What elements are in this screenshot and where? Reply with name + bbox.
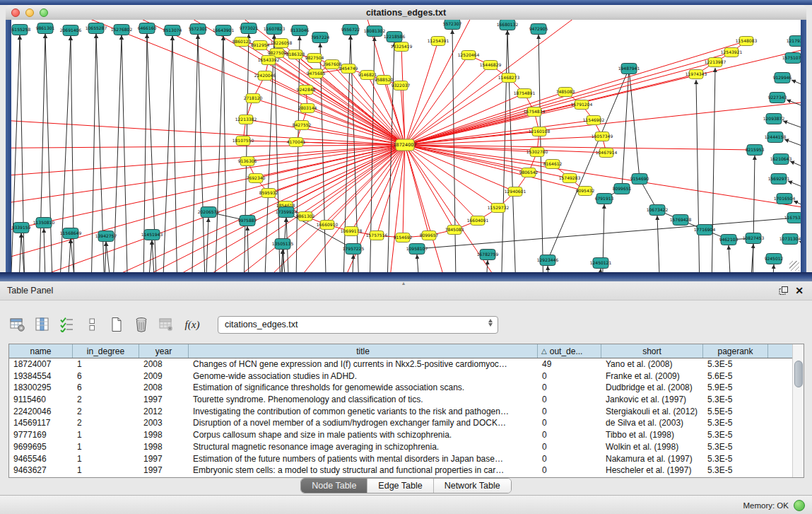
network-node[interactable]: 9472905	[529, 24, 548, 35]
network-node[interactable]: 7692340	[247, 174, 266, 183]
network-node[interactable]: 9242848	[297, 86, 316, 95]
network-node[interactable]: 9556722	[341, 25, 360, 35]
table-cell[interactable]: 5.3E-5	[703, 394, 768, 406]
table-cell[interactable]: 18724007	[9, 358, 73, 370]
network-node[interactable]: 8454749	[339, 64, 358, 74]
table-cell[interactable]: 9699695	[9, 441, 73, 453]
network-node[interactable]: 10673422	[647, 205, 669, 216]
network-node[interactable]: 15446829	[480, 61, 502, 70]
splitter-handle-icon[interactable]: ▴	[402, 280, 405, 286]
table-cell[interactable]: 1997	[139, 453, 189, 465]
network-canvas[interactable]: 1872400788601238912954182260589827509818…	[11, 20, 801, 272]
table-cell[interactable]: 0	[538, 429, 601, 441]
network-node[interactable]: 8860123	[233, 37, 252, 47]
network-node[interactable]: 15749283	[559, 174, 581, 183]
table-cell[interactable]: Embryonic stem cells: a model to study s…	[189, 465, 538, 477]
table-cell[interactable]: 0	[538, 417, 601, 429]
table-cell[interactable]: 18300295	[9, 382, 73, 394]
network-node[interactable]: 9861302	[296, 212, 315, 221]
network-node[interactable]: 11529732	[488, 204, 510, 213]
network-node[interactable]: 6791913	[595, 194, 614, 204]
network-node[interactable]: 12179341	[787, 36, 801, 47]
delete-table-button-disabled[interactable]	[157, 315, 175, 334]
network-node[interactable]: 16754834	[524, 107, 546, 117]
network-node[interactable]: 11675331	[784, 213, 801, 223]
network-node[interactable]: 13505135	[272, 239, 294, 250]
network-node[interactable]: 17957225	[343, 244, 365, 255]
network-node[interactable]: 2803144	[298, 104, 317, 113]
column-header-short[interactable]: short	[601, 344, 703, 358]
network-node[interactable]: 8186328	[286, 50, 305, 59]
network-node[interactable]: 9245012	[765, 254, 784, 264]
network-node[interactable]: 16791204	[571, 100, 593, 110]
table-cell[interactable]: 5.3E-5	[703, 465, 768, 477]
network-node[interactable]: 9462103	[719, 235, 739, 245]
table-row[interactable]: 969969511998Structural magnetic resonanc…	[9, 441, 804, 453]
table-cell[interactable]: 0	[538, 406, 601, 418]
network-node[interactable]: 15757516	[366, 231, 388, 240]
table-cell[interactable]: 1997	[139, 394, 189, 406]
table-row[interactable]: 1830029562008Estimation of significance …	[9, 382, 804, 394]
table-cell[interactable]: Tibbo et al. (1998)	[601, 429, 703, 441]
table-cell[interactable]: Investigating the contribution of common…	[189, 406, 538, 418]
network-node[interactable]: 12218586	[384, 32, 406, 42]
network-node[interactable]: 17016504	[774, 194, 796, 204]
network-node[interactable]: 16643901	[213, 25, 235, 36]
table-cell[interactable]: Dudbridge et al. (2008)	[601, 382, 703, 394]
network-node[interactable]: 15057349	[592, 132, 613, 141]
network-node[interactable]: 12213382	[235, 115, 257, 124]
network-node[interactable]: 9827504	[305, 54, 324, 63]
column-header-in_degree[interactable]: in_degree	[73, 344, 139, 358]
column-header-title[interactable]: title	[189, 344, 538, 358]
table-cell[interactable]: Disruption of a novel member of a sodium…	[189, 417, 538, 429]
show-columns-button[interactable]	[33, 315, 52, 334]
network-node[interactable]: 12450121	[590, 258, 612, 269]
table-row[interactable]: 946362711997Embryonic stem cells: a mode…	[9, 465, 804, 477]
table-cell[interactable]: Structural magnetic resonance image aver…	[189, 441, 538, 453]
network-node[interactable]: 8595932	[259, 189, 278, 198]
table-cell[interactable]: Tourette syndrome. Phenomenology and cla…	[189, 394, 538, 406]
network-node[interactable]: 9975887	[238, 216, 257, 226]
table-cell[interactable]: Nakamura et al. (1997)	[601, 453, 703, 465]
table-cell[interactable]: 0	[538, 370, 601, 382]
table-cell[interactable]: Hescheler et al. (1997)	[601, 465, 703, 477]
float-panel-icon[interactable]	[779, 286, 788, 296]
table-row[interactable]: 946554611997Estimation of the future num…	[9, 453, 804, 465]
vertical-scrollbar[interactable]	[792, 344, 804, 477]
table-cell[interactable]: 6	[73, 370, 139, 382]
table-cell[interactable]: Stergiakouli et al. (2012)	[601, 406, 703, 418]
network-node[interactable]: 6466160	[138, 23, 157, 34]
table-cell[interactable]: Corpus callosum shape and size in male p…	[189, 429, 538, 441]
table-cell[interactable]: 2009	[139, 370, 189, 382]
network-node[interactable]: 9095432	[576, 187, 595, 196]
network-node[interactable]: 20206576	[198, 207, 220, 218]
network-node[interactable]: 7845083	[445, 226, 464, 235]
tab-node-table[interactable]: Node Table	[301, 479, 367, 493]
network-node[interactable]: 11607823	[264, 24, 286, 35]
table-cell[interactable]: 9115460	[9, 394, 73, 406]
network-node[interactable]: 16680132	[497, 20, 519, 30]
network-node[interactable]: 18081302	[364, 26, 386, 37]
network-node[interactable]: 9773021	[240, 23, 259, 34]
network-node[interactable]: 7485083	[556, 88, 575, 97]
table-cell[interactable]: 5.3E-5	[703, 429, 768, 441]
delete-column-button[interactable]	[132, 315, 151, 334]
network-node[interactable]: 11350810	[33, 218, 55, 228]
window-titlebar[interactable]: citations_edges.txt	[6, 5, 806, 21]
network-node[interactable]: 12923446	[537, 255, 559, 266]
network-node[interactable]: 9154692	[394, 233, 413, 243]
network-node[interactable]: 8099651	[613, 184, 632, 194]
create-column-button[interactable]	[107, 315, 126, 334]
column-header-name[interactable]: name	[9, 344, 73, 358]
network-node[interactable]: 10655287	[86, 23, 107, 34]
network-node[interactable]: 16210643	[770, 154, 792, 165]
network-node[interactable]: 17716904	[694, 225, 716, 235]
vertical-scrollbar-thumb[interactable]	[794, 361, 803, 387]
table-cell[interactable]: 1	[73, 453, 139, 465]
network-node[interactable]: 12213987	[705, 58, 726, 67]
table-cell[interactable]: 5.5E-5	[703, 406, 768, 418]
network-node[interactable]: 11546902	[583, 116, 605, 125]
unselect-all-button[interactable]	[83, 315, 101, 334]
network-node[interactable]: 8513074	[163, 25, 182, 36]
table-cell[interactable]: 9465546	[9, 453, 73, 465]
